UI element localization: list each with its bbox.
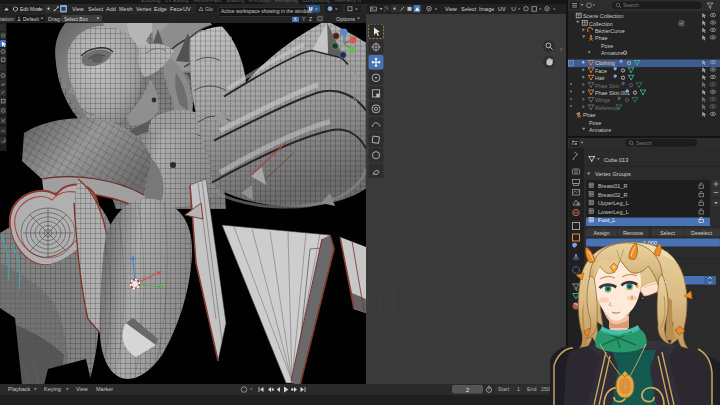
svg-text:2: 2 [466, 387, 469, 393]
svg-text:UV: UV [183, 6, 191, 12]
svg-text:Clothing: Clothing [595, 60, 615, 66]
svg-text:Reference: Reference [595, 105, 620, 111]
svg-text:Playback: Playback [8, 386, 31, 392]
svg-text:Select: Select [461, 6, 477, 12]
svg-text:Select: Select [88, 6, 104, 12]
svg-text:UpperLeg_L: UpperLeg_L [598, 200, 629, 206]
svg-text:Z: Z [309, 15, 312, 21]
svg-text:Face: Face [595, 68, 607, 74]
svg-text:View: View [76, 386, 88, 392]
svg-text:Image: Image [479, 6, 494, 12]
svg-text:Assign: Assign [593, 229, 609, 235]
svg-text:Options: Options [336, 15, 355, 21]
svg-text:Pose: Pose [601, 43, 613, 49]
svg-text:Select Box: Select Box [64, 15, 88, 21]
svg-text:Pose: Pose [589, 120, 601, 126]
svg-text:Breast02_R: Breast02_R [598, 191, 628, 197]
svg-text:Vertex: Vertex [136, 6, 152, 12]
svg-text:Phae: Phae [595, 35, 608, 41]
svg-text:Phae Skin.001: Phae Skin.001 [595, 90, 630, 96]
svg-text:Add: Add [106, 6, 116, 12]
svg-text:Hair: Hair [595, 75, 605, 81]
svg-text:View: View [72, 6, 84, 12]
svg-text:Breast01_R: Breast01_R [598, 183, 628, 189]
svg-text:Foot_L: Foot_L [598, 217, 615, 223]
svg-text:Default: Default [23, 15, 39, 21]
svg-text:LowerLeg_L: LowerLeg_L [598, 208, 629, 214]
svg-text:Select: Select [660, 229, 675, 235]
svg-text:Start: Start [498, 386, 510, 392]
svg-text:Marker: Marker [96, 386, 113, 392]
svg-text:tation:: tation: [0, 15, 15, 21]
svg-text:Search: Search [623, 2, 639, 8]
svg-text:Edge: Edge [154, 6, 167, 12]
svg-text:UV: UV [498, 6, 506, 12]
svg-text:Glo: Glo [205, 6, 213, 12]
svg-text:Scene Collection: Scene Collection [583, 13, 623, 19]
svg-text:Search: Search [636, 139, 652, 145]
svg-text:Armature: Armature [589, 127, 611, 133]
svg-text:Mesh: Mesh [119, 6, 132, 12]
svg-text:1: 1 [517, 386, 520, 392]
svg-text:Vertex Groups: Vertex Groups [595, 170, 631, 176]
svg-text:Deselect: Deselect [691, 229, 712, 235]
svg-text:Keying: Keying [44, 386, 61, 392]
svg-text:Cube.013: Cube.013 [604, 157, 628, 163]
svg-text:Drag:: Drag: [48, 15, 62, 21]
svg-text:End: End [527, 386, 536, 392]
svg-text:Armature: Armature [601, 50, 623, 56]
svg-text:Collection: Collection [589, 21, 613, 27]
svg-text:Face: Face [170, 6, 182, 12]
svg-text:Wings: Wings [595, 97, 610, 103]
svg-text:BézierCurve: BézierCurve [595, 28, 625, 34]
svg-text:Phae: Phae [583, 112, 596, 118]
svg-text:Remove: Remove [623, 229, 643, 235]
svg-text:Phae Skin: Phae Skin [595, 83, 620, 89]
svg-text:View: View [445, 6, 457, 12]
